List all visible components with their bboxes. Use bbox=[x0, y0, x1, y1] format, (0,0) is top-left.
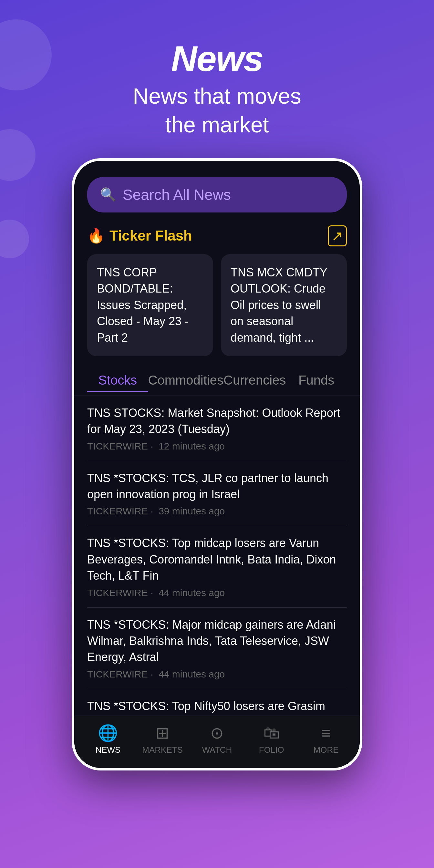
decorative-blob-1 bbox=[0, 20, 52, 90]
news-meta-0: TICKERWIRE · 12 minutes ago bbox=[87, 441, 347, 452]
news-meta-2: TICKERWIRE · 44 minutes ago bbox=[87, 587, 347, 598]
tab-funds[interactable]: Funds bbox=[286, 369, 347, 392]
nav-news-label: NEWS bbox=[95, 745, 120, 755]
nav-more[interactable]: ≡ MORE bbox=[299, 724, 353, 755]
ticker-cards: TNS CORP BOND/TABLE: Issues Scrapped, Cl… bbox=[87, 254, 347, 356]
nav-folio-icon: 🛍 bbox=[264, 724, 280, 742]
nav-markets-icon: ⊞ bbox=[156, 724, 169, 742]
nav-markets[interactable]: ⊞ MARKETS bbox=[135, 724, 190, 755]
news-item-1[interactable]: TNS *STOCKS: TCS, JLR co partner to laun… bbox=[87, 461, 347, 526]
tab-commodities[interactable]: Commodities bbox=[148, 369, 223, 392]
phone-frame: 🔍 Search All News 🔥 Ticker Flash ↗ TNS C… bbox=[72, 158, 362, 771]
decorative-blob-2 bbox=[0, 129, 35, 181]
nav-more-icon: ≡ bbox=[321, 724, 331, 742]
nav-markets-label: MARKETS bbox=[142, 745, 183, 755]
ticker-card-1[interactable]: TNS CORP BOND/TABLE: Issues Scrapped, Cl… bbox=[87, 254, 213, 356]
nav-watch-icon: ⊙ bbox=[210, 724, 224, 742]
nav-more-label: MORE bbox=[314, 745, 339, 755]
news-item-3[interactable]: TNS *STOCKS: Major midcap gainers are Ad… bbox=[87, 608, 347, 689]
page-title: News bbox=[133, 39, 301, 79]
news-meta-1: TICKERWIRE · 39 minutes ago bbox=[87, 506, 347, 517]
phone-content: 🔍 Search All News 🔥 Ticker Flash ↗ TNS C… bbox=[74, 161, 360, 768]
header-section: News News that moves the market bbox=[133, 39, 301, 139]
news-meta-3: TICKERWIRE · 44 minutes ago bbox=[87, 669, 347, 680]
news-item-4[interactable]: TNS *STOCKS: Top Nifty50 losers are Gras… bbox=[87, 689, 347, 716]
ticker-flash-header: 🔥 Ticker Flash ↗ bbox=[87, 225, 347, 246]
news-item-0[interactable]: TNS STOCKS: Market Snapshot: Outlook Rep… bbox=[87, 396, 347, 461]
search-placeholder-text: Search All News bbox=[123, 186, 231, 204]
tab-stocks[interactable]: Stocks bbox=[87, 369, 148, 392]
nav-news-icon: 🌐 bbox=[98, 724, 118, 742]
news-item-2[interactable]: TNS *STOCKS: Top midcap losers are Varun… bbox=[87, 526, 347, 608]
ticker-flash-section: 🔥 Ticker Flash ↗ TNS CORP BOND/TABLE: Is… bbox=[74, 219, 360, 360]
nav-folio[interactable]: 🛍 FOLIO bbox=[244, 724, 299, 755]
bottom-nav: 🌐 NEWS ⊞ MARKETS ⊙ WATCH 🛍 FOLIO ≡ M bbox=[74, 716, 360, 768]
page-subtitle: News that moves the market bbox=[133, 82, 301, 139]
ticker-card-2[interactable]: TNS MCX CMDTY OUTLOOK: Crude Oil prices … bbox=[221, 254, 347, 356]
decorative-blob-3 bbox=[0, 220, 29, 258]
nav-news[interactable]: 🌐 NEWS bbox=[81, 724, 135, 755]
news-tabs: Stocks Commodities Currencies Funds bbox=[74, 360, 360, 396]
news-list: TNS STOCKS: Market Snapshot: Outlook Rep… bbox=[74, 396, 360, 716]
search-icon: 🔍 bbox=[100, 187, 116, 202]
phone-mockup: 🔍 Search All News 🔥 Ticker Flash ↗ TNS C… bbox=[72, 158, 362, 771]
nav-watch-label: WATCH bbox=[202, 745, 232, 755]
search-bar[interactable]: 🔍 Search All News bbox=[87, 177, 347, 213]
fire-icon: 🔥 bbox=[87, 227, 105, 244]
nav-folio-label: FOLIO bbox=[259, 745, 284, 755]
external-link-icon[interactable]: ↗ bbox=[328, 225, 347, 246]
tab-currencies[interactable]: Currencies bbox=[223, 369, 286, 392]
ticker-flash-title: 🔥 Ticker Flash bbox=[87, 227, 192, 244]
nav-watch[interactable]: ⊙ WATCH bbox=[190, 724, 244, 755]
